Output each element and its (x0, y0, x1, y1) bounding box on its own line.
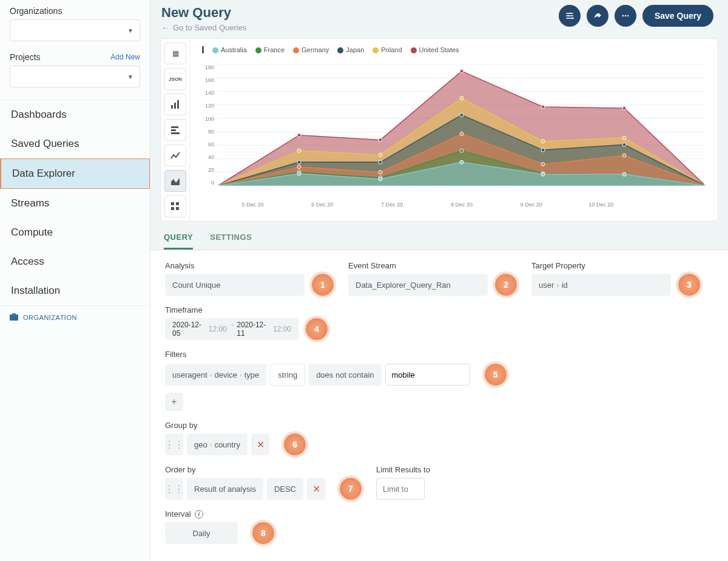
svg-point-37 (541, 140, 545, 143)
svg-point-29 (460, 69, 463, 73)
svg-point-48 (297, 165, 301, 169)
callout-5: 5 (485, 364, 507, 386)
limit-input[interactable] (376, 478, 425, 500)
svg-point-5 (627, 15, 629, 17)
close-icon: ✕ (312, 483, 320, 495)
filter-type[interactable]: string (270, 364, 305, 386)
plus-icon: + (171, 396, 177, 407)
remove-group-by[interactable]: ✕ (251, 433, 269, 455)
nav-dashboards[interactable]: Dashboards (0, 100, 150, 129)
interval-select[interactable]: Daily (165, 522, 238, 544)
more-horizontal-icon (621, 11, 630, 21)
svg-point-1 (568, 15, 570, 17)
grid-icon (170, 201, 181, 212)
svg-point-45 (622, 143, 626, 146)
settings-button[interactable] (559, 5, 581, 27)
remove-order-by[interactable]: ✕ (307, 478, 325, 500)
svg-point-4 (625, 15, 627, 17)
nav-data-explorer[interactable]: Data Explorer (0, 158, 150, 189)
svg-point-30 (541, 105, 545, 109)
svg-rect-6 (171, 105, 173, 109)
nav-access[interactable]: Access (0, 247, 150, 276)
chart-type-grid[interactable] (164, 195, 186, 217)
callout-3: 3 (678, 274, 700, 296)
analysis-label: Analysis (165, 261, 334, 270)
svg-point-41 (297, 160, 301, 164)
drag-handle[interactable]: ⋮⋮ (165, 433, 183, 455)
chart-type-area[interactable] (164, 170, 186, 192)
svg-point-66 (622, 172, 626, 176)
chart-type-horizontal-bar[interactable] (164, 119, 186, 141)
chart-legend: AustraliaFranceGermanyJapanPolandUnited … (202, 46, 706, 53)
org-footer-label: ORGANIZATION (23, 314, 77, 321)
grip-icon: ⋮⋮ (164, 439, 184, 450)
organizations-select[interactable]: ▼ (10, 19, 140, 41)
callout-4: 4 (306, 318, 328, 340)
chart-type-json[interactable]: JSON (164, 68, 186, 90)
filter-operator[interactable]: does not contain (309, 364, 381, 386)
back-link[interactable]: ← Go to Saved Queries (161, 23, 246, 32)
line-chart-icon (170, 150, 181, 161)
projects-select[interactable]: ▼ (10, 66, 140, 87)
drag-handle[interactable]: ⋮⋮ (165, 478, 183, 500)
page-title: New Query (161, 5, 246, 21)
svg-rect-13 (176, 202, 179, 205)
org-footer[interactable]: ORGANIZATION (0, 305, 150, 329)
share-icon (593, 11, 602, 21)
add-new-link[interactable]: Add New (110, 53, 140, 61)
nav-streams[interactable]: Streams (0, 189, 150, 218)
chart-type-table[interactable]: ▦ (164, 42, 186, 64)
caret-down-icon: ▼ (127, 27, 133, 34)
callout-8: 8 (252, 522, 274, 544)
save-query-button[interactable]: Save Query (642, 5, 713, 27)
tab-settings[interactable]: SETTINGS (210, 233, 252, 250)
filter-value-input[interactable] (385, 364, 470, 386)
svg-point-3 (622, 15, 624, 17)
arrow-left-icon: ← (161, 23, 169, 32)
add-filter-button[interactable]: + (165, 393, 183, 411)
svg-point-65 (541, 172, 545, 176)
event-stream-select[interactable]: Data_Explorer_Query_Ran (348, 274, 488, 296)
area-chart-icon (170, 175, 181, 186)
svg-rect-9 (171, 126, 178, 128)
chart-plot (218, 64, 706, 198)
svg-point-0 (570, 13, 572, 15)
timeframe-input[interactable]: 2020-12-05 12:00 - 2020-12-11 12:00 (165, 318, 298, 340)
chart-type-bar[interactable] (164, 93, 186, 115)
target-property-select[interactable]: user › id (531, 274, 671, 296)
order-by-field[interactable]: Result of analysis (187, 478, 263, 500)
svg-rect-7 (174, 103, 176, 109)
more-button[interactable] (615, 5, 636, 27)
svg-point-63 (379, 177, 382, 181)
filter-property[interactable]: useragent› device› type (165, 364, 266, 386)
svg-point-43 (460, 113, 463, 117)
svg-rect-12 (171, 202, 174, 205)
nav-installation[interactable]: Installation (0, 276, 150, 305)
share-button[interactable] (587, 5, 608, 27)
info-icon: i (195, 510, 203, 518)
order-by-label: Order by (165, 465, 362, 474)
svg-rect-11 (171, 132, 180, 134)
query-tabs: QUERY SETTINGS (150, 222, 728, 250)
briefcase-icon (10, 313, 18, 322)
query-form: Analysis Count Unique 1 Event Stream Dat… (150, 250, 728, 561)
nav-saved-queries[interactable]: Saved Queries (0, 129, 150, 158)
chart-type-line[interactable] (164, 144, 186, 166)
analysis-select[interactable]: Count Unique (165, 274, 305, 296)
order-direction[interactable]: DESC (267, 478, 303, 500)
svg-point-52 (622, 154, 626, 157)
nav-compute[interactable]: Compute (0, 218, 150, 247)
legend-item: United States (411, 46, 459, 53)
legend-item: Poland (372, 46, 402, 53)
event-stream-label: Event Stream (348, 261, 517, 270)
group-by-property[interactable]: geo›country (187, 433, 248, 455)
legend-item: France (255, 46, 285, 53)
svg-point-2 (571, 18, 573, 19)
svg-point-64 (460, 160, 463, 164)
svg-point-28 (379, 138, 382, 142)
svg-point-49 (379, 171, 382, 174)
tab-query[interactable]: QUERY (164, 233, 193, 250)
interval-label: Interval i (165, 509, 274, 518)
svg-point-51 (541, 163, 545, 166)
svg-rect-15 (176, 207, 179, 210)
